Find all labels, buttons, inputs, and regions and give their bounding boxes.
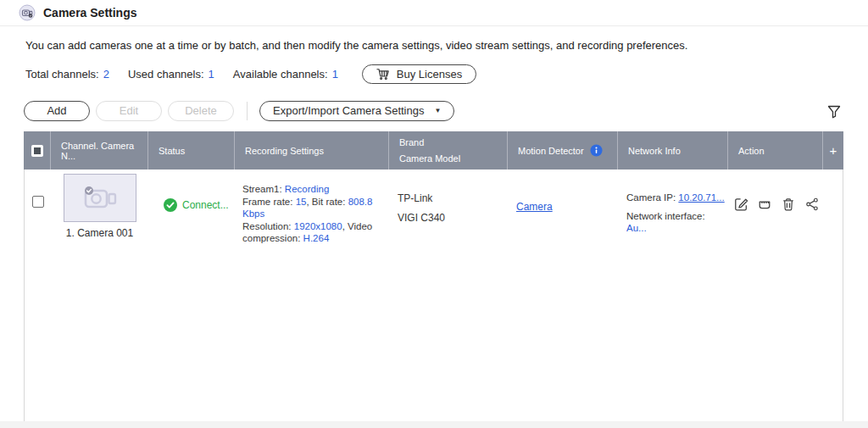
share-icon[interactable]: [804, 197, 820, 212]
total-channels-value: 2: [103, 68, 109, 81]
compression-value: H.264: [303, 233, 330, 243]
motion-detector-label: Motion Detector: [518, 146, 584, 156]
column-header-network: Network Info: [617, 131, 727, 170]
video-label: , Video: [342, 221, 373, 231]
recording-line-2: Frame rate: 15, Bit rate: 808.8 Kbps: [242, 196, 384, 220]
edit-button[interactable]: Edit: [96, 101, 162, 121]
column-header-brand: Brand: [399, 137, 424, 147]
camera-ip-link[interactable]: 10.20.71...: [678, 192, 724, 203]
recording-line-4: compression: H.264: [242, 232, 384, 245]
motion-detector-cell: Camera: [508, 170, 618, 245]
brand-model-cell: TP-Link VIGI C340: [389, 170, 508, 245]
network-info-cell: Camera IP: 10.20.71... Network interface…: [618, 170, 728, 245]
checkbox-indeterminate-mark: [34, 147, 41, 154]
column-header-brand-model: Brand Camera Model: [388, 131, 507, 170]
buy-licenses-button[interactable]: Buy Licenses: [362, 64, 476, 84]
toolbar-divider: [247, 102, 248, 120]
row-checkbox-cell: [25, 170, 51, 245]
camera-thumbnail-icon: [81, 183, 120, 214]
total-channels: Total channels: 2: [25, 68, 109, 81]
column-header-status: Status: [147, 131, 234, 170]
export-import-label: Export/Import Camera Settings: [273, 104, 424, 117]
network-port-icon[interactable]: [757, 197, 772, 212]
network-interface-value: Au...: [626, 223, 647, 233]
license-bar: Total channels: 2 Used channels: 1 Avail…: [25, 64, 868, 84]
recording-line-3: Resolution: 1920x1080, Video: [242, 220, 384, 233]
table-row: 1. Camera 001 Connect... Stream1: Record…: [25, 170, 843, 245]
dropdown-caret-icon: ▼: [434, 108, 441, 114]
total-channels-label: Total channels:: [25, 68, 99, 81]
page-header: Camera Settings: [0, 0, 868, 26]
select-all-checkbox[interactable]: [31, 145, 43, 157]
used-channels-value: 1: [209, 68, 214, 81]
filter-funnel-icon: [826, 104, 842, 120]
table-body: 1. Camera 001 Connect... Stream1: Record…: [24, 170, 843, 423]
frame-rate-label: Frame rate:: [242, 197, 296, 207]
frame-rate-value: 15: [296, 197, 307, 207]
channel-camera-name: 1. Camera 001: [66, 227, 133, 239]
column-header-channel: Channel. Camera N...: [50, 131, 147, 170]
bottom-strip: [0, 421, 868, 428]
motion-camera-link[interactable]: Camera: [516, 201, 553, 213]
status-text: Connect...: [182, 199, 229, 211]
column-header-camera-model: Camera Model: [399, 153, 460, 164]
column-header-motion: Motion Detector: [507, 131, 617, 170]
add-column-body-cell: [823, 170, 844, 245]
model-value: VIGI C340: [398, 212, 508, 224]
column-header-recording: Recording Settings: [234, 131, 388, 170]
recording-stream-label: Stream1:: [242, 184, 285, 194]
action-cell: [728, 170, 823, 245]
used-channels: Used channels: 1: [128, 68, 214, 81]
status-cell: Connect...: [148, 170, 235, 245]
camera-thumbnail[interactable]: [64, 174, 136, 222]
toolbar: Add Edit Delete Export/Import Camera Set…: [24, 97, 843, 124]
info-icon[interactable]: [590, 144, 603, 157]
camera-app-icon: [19, 4, 36, 21]
recording-settings-cell: Stream1: Recording Frame rate: 15, Bit r…: [235, 170, 389, 245]
available-channels: Available channels: 1: [233, 68, 338, 81]
filter-button[interactable]: [825, 103, 843, 124]
trash-icon[interactable]: [781, 197, 796, 212]
row-checkbox[interactable]: [32, 196, 44, 208]
intro-text: You can add cameras one at a time or by …: [25, 39, 843, 52]
recording-stream-value: Recording: [285, 184, 329, 194]
add-column-button[interactable]: +: [822, 131, 843, 170]
cart-icon: [376, 68, 390, 81]
network-interface-line: Network interface: Au...: [626, 210, 725, 234]
camera-ip-label: Camera IP:: [626, 192, 678, 203]
resolution-label: Resolution:: [242, 221, 294, 231]
camera-ip-line: Camera IP: 10.20.71...: [626, 192, 725, 203]
select-all-cell: [24, 131, 50, 170]
channel-cell: 1. Camera 001: [51, 170, 148, 245]
compression-label: compression:: [242, 233, 303, 243]
page-title: Camera Settings: [43, 6, 136, 19]
column-header-action: Action: [727, 131, 822, 170]
camera-settings-page: Camera Settings You can add cameras one …: [0, 0, 868, 428]
used-channels-label: Used channels:: [128, 68, 204, 81]
available-channels-label: Available channels:: [233, 68, 328, 81]
buy-licenses-label: Buy Licenses: [397, 68, 462, 81]
network-interface-label: Network interface:: [626, 211, 705, 221]
status-connected-icon: [164, 198, 177, 212]
camera-table: Channel. Camera N... Status Recording Se…: [24, 131, 843, 423]
resolution-value: 1920x1080: [294, 221, 342, 231]
export-import-dropdown[interactable]: Export/Import Camera Settings ▼: [259, 101, 454, 121]
add-button[interactable]: Add: [24, 101, 90, 121]
edit-icon[interactable]: [733, 197, 748, 212]
brand-value: TP-Link: [398, 192, 508, 204]
delete-button[interactable]: Delete: [168, 101, 234, 121]
available-channels-value: 1: [332, 68, 338, 81]
bit-rate-label: , Bit rate:: [306, 197, 348, 207]
table-header-row: Channel. Camera N... Status Recording Se…: [24, 131, 843, 170]
recording-line-1: Stream1: Recording: [242, 183, 384, 196]
